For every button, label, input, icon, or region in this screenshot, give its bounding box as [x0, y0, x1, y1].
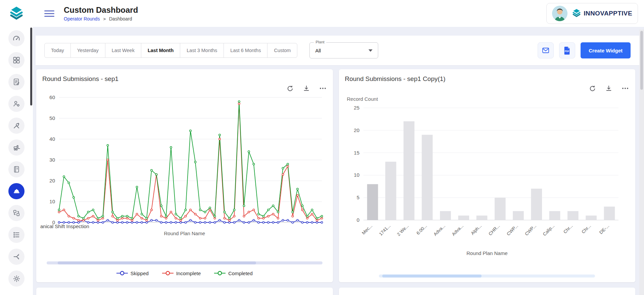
svg-text:Chr...: Chr...	[581, 223, 592, 235]
create-widget-button[interactable]: Create Widget	[581, 42, 631, 58]
sidebar-item-dashboard[interactable]	[8, 30, 24, 46]
sidebar-item-maintenance[interactable]	[8, 118, 24, 134]
download-icon	[605, 85, 612, 92]
user-avatar[interactable]	[552, 6, 567, 21]
filter-last-3-months[interactable]: Last 3 Months	[180, 43, 224, 58]
filter-last-month[interactable]: Last Month	[141, 43, 180, 58]
svg-text:DE-...: DE-...	[598, 223, 610, 235]
plant-select-value: All	[315, 48, 321, 53]
line-chart-canvas: 0102030405060	[42, 93, 326, 227]
bar-chart-area: 0510152025Mec...1741...2 We...6:00...Adv…	[345, 102, 630, 248]
svg-text:40: 40	[49, 136, 55, 142]
chevron-down-icon	[368, 49, 373, 52]
sidebar-item-connected-flow[interactable]	[8, 249, 24, 265]
sidebar-item-forms[interactable]	[8, 74, 24, 90]
ellipsis-icon	[621, 84, 629, 92]
sidebar-item-settings[interactable]	[8, 270, 24, 287]
toolbar-actions: PDF Create Widget	[538, 42, 631, 58]
svg-text:Adva...: Adva...	[433, 223, 446, 237]
svg-text:20: 20	[354, 127, 359, 133]
branch-arrows-icon	[12, 253, 20, 261]
filter-today[interactable]: Today	[44, 43, 71, 58]
ellipsis-icon	[319, 84, 327, 92]
filter-last-week[interactable]: Last Week	[105, 43, 141, 58]
brand-name: INNOVAPPTIVE	[584, 10, 632, 17]
app-logo[interactable]	[0, 0, 33, 27]
widget-title: Round Submissions - sep1 Copy(1)	[345, 75, 630, 83]
sidebar-item-widgets[interactable]	[8, 52, 24, 68]
page-scrollbar-thumb[interactable]	[640, 31, 643, 90]
filter-last-6-months[interactable]: Last 6 Months	[224, 43, 267, 58]
gear-icon	[12, 275, 21, 283]
legend-item-skipped[interactable]: Skipped	[116, 270, 149, 276]
main-area: Custom Dashboard Operator Rounds > Dashb…	[33, 0, 644, 295]
dashboard-toolbar: TodayYesterdayLast WeekLast MonthLast 3 …	[36, 36, 639, 65]
svg-text:2 We...: 2 We...	[396, 223, 410, 237]
page-vertical-scrollbar[interactable]	[639, 30, 644, 295]
more-options-button[interactable]	[621, 84, 629, 93]
scrollbar-thumb[interactable]	[58, 261, 256, 264]
legend-label: Incomplete	[176, 270, 201, 276]
next-widgets-row	[33, 288, 644, 295]
more-options-button[interactable]	[319, 84, 327, 93]
legend-marker-icon	[116, 271, 128, 276]
svg-text:Calip...: Calip...	[542, 223, 555, 237]
plant-select[interactable]: Plant All	[309, 42, 378, 58]
breadcrumb-current: Dashboard	[109, 16, 132, 22]
svg-text:Mec...: Mec...	[361, 223, 373, 236]
svg-text:5: 5	[356, 195, 359, 200]
download-button[interactable]	[605, 84, 612, 93]
sidebar-scrollbar-thumb[interactable]	[30, 28, 32, 106]
x-axis-title: Round Plan Name	[42, 230, 327, 236]
svg-text:20: 20	[49, 178, 55, 183]
breadcrumb-link-operator-rounds[interactable]: Operator Rounds	[64, 16, 100, 22]
menu-toggle-icon[interactable]	[44, 10, 54, 17]
sidebar-item-user-management[interactable]	[8, 96, 24, 112]
partial-widget-card	[339, 288, 636, 295]
chart-horizontal-scrollbar[interactable]	[47, 261, 323, 264]
breadcrumb: Operator Rounds > Dashboard	[64, 16, 138, 22]
svg-text:15: 15	[354, 150, 359, 156]
svg-text:Adva...: Adva...	[451, 223, 464, 237]
chart-legend: SkippedIncompleteCompleted	[42, 269, 327, 278]
refresh-button[interactable]	[589, 84, 596, 93]
sidebar-item-operator-rounds[interactable]	[8, 183, 24, 199]
sidebar-item-work-instructions[interactable]	[8, 161, 24, 177]
pdf-export-button[interactable]: PDF	[559, 42, 575, 58]
legend-item-incomplete[interactable]: Incomplete	[162, 270, 201, 276]
svg-text:PDF: PDF	[565, 50, 569, 52]
sidebar-nav	[8, 30, 24, 287]
work-instructions-icon	[12, 165, 20, 173]
svg-text:10: 10	[49, 199, 55, 204]
pdf-icon: PDF	[563, 46, 571, 55]
hard-hat-icon	[12, 187, 21, 196]
widgets-grid: Round Submissions - sep1 0102030405060 a…	[33, 69, 644, 282]
email-report-button[interactable]	[538, 42, 554, 58]
legend-item-completed[interactable]: Completed	[214, 270, 253, 276]
x-axis-title: Round Plan Name	[345, 250, 630, 256]
widget-round-submissions-bar: Round Submissions - sep1 Copy(1) Record …	[339, 69, 636, 282]
download-button[interactable]	[303, 84, 310, 93]
svg-text:CWP...: CWP...	[505, 223, 519, 237]
svg-text:60: 60	[49, 94, 55, 100]
gauge-icon	[12, 34, 21, 43]
x-tick-label-truncated: anical Shift Inspection	[40, 223, 89, 229]
app-logo-icon	[9, 6, 23, 21]
refresh-icon	[286, 85, 294, 92]
widget-actions	[345, 84, 630, 93]
sidebar-item-warehouse[interactable]	[8, 139, 24, 156]
tools-icon	[12, 122, 20, 130]
bar-chart-canvas: 0510152025Mec...1741...2 We...6:00...Adv…	[345, 102, 629, 247]
plant-select-label: Plant	[314, 40, 326, 44]
filter-custom[interactable]: Custom	[267, 43, 297, 58]
svg-text:Alph...: Alph...	[470, 223, 483, 236]
scrollbar-thumb[interactable]	[382, 275, 482, 278]
legend-label: Skipped	[131, 270, 149, 276]
refresh-button[interactable]	[286, 84, 294, 93]
sidebar-item-checklists[interactable]	[8, 227, 24, 243]
breadcrumb-separator: >	[103, 16, 106, 22]
sidebar-item-integrations[interactable]	[8, 205, 24, 221]
filter-yesterday[interactable]: Yesterday	[70, 43, 105, 58]
title-block: Custom Dashboard Operator Rounds > Dashb…	[64, 5, 138, 22]
chart-horizontal-scrollbar[interactable]	[379, 275, 595, 278]
